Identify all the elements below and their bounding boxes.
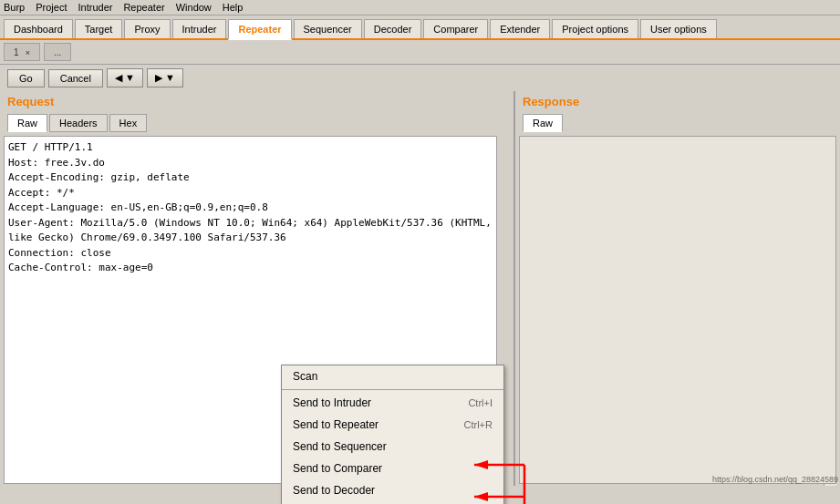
request-line-3: Accept: */*	[8, 186, 493, 201]
response-tab-raw[interactable]: Raw	[523, 114, 563, 132]
ctx-send-sequencer[interactable]: Send to Sequencer	[282, 436, 503, 458]
response-title: Response	[515, 91, 840, 112]
request-line-8: Cache-Control: max-age=0	[8, 261, 493, 276]
go-button[interactable]: Go	[7, 69, 45, 87]
ctx-send-comparer[interactable]: Send to Comparer	[282, 458, 503, 479]
watermark: https://blog.csdn.net/qq_28824589	[712, 475, 838, 484]
main-tab-bar: Dashboard Target Proxy Intruder Repeater…	[0, 15, 840, 40]
request-tab-headers[interactable]: Headers	[49, 114, 108, 132]
ctx-separator-1	[282, 389, 503, 390]
request-sub-tabs: Raw Headers Hex	[0, 112, 513, 134]
ctx-scan[interactable]: Scan	[282, 365, 503, 387]
menu-bar: Burp Project Intruder Repeater Window He…	[0, 0, 840, 15]
close-icon[interactable]: ×	[26, 48, 30, 57]
tab-proxy[interactable]: Proxy	[124, 19, 170, 38]
ctx-send-intruder[interactable]: Send to Intruder Ctrl+I	[282, 392, 503, 414]
menu-repeater[interactable]: Repeater	[123, 2, 164, 13]
request-line-2: Accept-Encoding: gzip, deflate	[8, 170, 493, 186]
tab-comparer[interactable]: Comparer	[423, 19, 488, 38]
tab-user-options[interactable]: User options	[640, 19, 717, 38]
repeater-toolbar: Go Cancel ◀ ▼ ▶ ▼	[0, 65, 840, 91]
tab-dashboard[interactable]: Dashboard	[4, 19, 73, 38]
tab-project-options[interactable]: Project options	[552, 19, 638, 38]
ctx-send-repeater[interactable]: Send to Repeater Ctrl+R	[282, 414, 503, 436]
menu-project[interactable]: Project	[36, 2, 67, 13]
tab-intruder[interactable]: Intruder	[172, 19, 227, 38]
request-line-5: User-Agent: Mozilla/5.0 (Windows NT 10.0…	[8, 216, 493, 231]
forward-button[interactable]: ▶ ▼	[147, 68, 183, 87]
request-line-6: like Gecko) Chrome/69.0.3497.100 Safari/…	[8, 231, 493, 246]
menu-help[interactable]: Help	[223, 2, 244, 13]
request-line-0: GET / HTTP/1.1	[8, 140, 493, 156]
response-sub-tabs: Raw	[515, 112, 840, 134]
back-button[interactable]: ◀ ▼	[107, 68, 143, 87]
menu-window[interactable]: Window	[176, 2, 212, 13]
repeater-tab-dots[interactable]: ...	[44, 43, 71, 61]
request-line-4: Accept-Language: en-US,en-GB;q=0.9,en;q=…	[8, 201, 493, 216]
tab-extender[interactable]: Extender	[490, 19, 550, 38]
repeater-tab-1[interactable]: 1 ×	[4, 43, 40, 61]
menu-intruder[interactable]: Intruder	[78, 2, 113, 13]
request-tab-raw[interactable]: Raw	[7, 114, 47, 132]
secondary-tab-row: 1 × ...	[0, 40, 840, 65]
tab-target[interactable]: Target	[75, 19, 123, 38]
request-tab-hex[interactable]: Hex	[109, 114, 148, 132]
tab-repeater[interactable]: Repeater	[228, 19, 291, 40]
menu-burp[interactable]: Burp	[4, 2, 25, 13]
context-menu: Scan Send to Intruder Ctrl+I Send to Rep…	[281, 365, 504, 504]
tab-sequencer[interactable]: Sequencer	[294, 19, 362, 38]
tab-decoder[interactable]: Decoder	[364, 19, 422, 38]
response-panel: Response Raw https://blog.csdn.net/qq_28…	[515, 91, 840, 486]
request-line-1: Host: free.3v.do	[8, 156, 493, 171]
main-area: Request Raw Headers Hex GET / HTTP/1.1 H…	[0, 91, 840, 486]
response-content	[519, 136, 836, 484]
ctx-send-decoder[interactable]: Send to Decoder	[282, 479, 503, 501]
ctx-shortcut-repeater: Ctrl+R	[464, 419, 493, 430]
request-line-7: Connection: close	[8, 246, 493, 262]
ctx-shortcut-intruder: Ctrl+I	[468, 397, 493, 408]
cancel-button[interactable]: Cancel	[48, 69, 103, 87]
request-title: Request	[0, 91, 513, 112]
